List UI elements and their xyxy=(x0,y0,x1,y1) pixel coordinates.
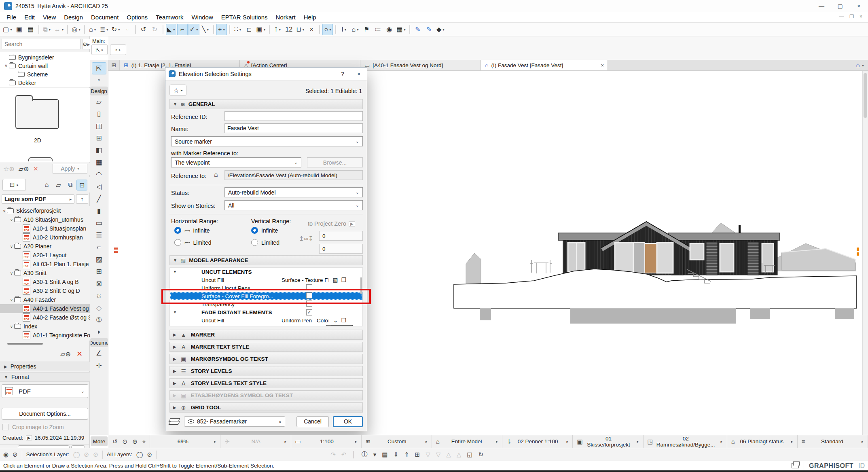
uncut-fill-row[interactable]: Uncut FillSurface - Texture Fill, S... ▧… xyxy=(170,276,362,284)
new-folder-icon[interactable]: ▱⊕ xyxy=(19,165,29,173)
separator[interactable] xyxy=(335,25,336,34)
view-map-icon[interactable]: ▱ xyxy=(53,180,64,190)
section-marker-text-style[interactable]: ▶ A MARKER TEXT STYLE xyxy=(169,342,363,352)
fade-checkbox[interactable]: ✓ xyxy=(306,309,312,315)
close-window-icon[interactable]: × xyxy=(306,24,317,35)
orientation[interactable]: ✈ N/A ▸ xyxy=(220,435,291,448)
separator[interactable] xyxy=(135,25,136,34)
text-style-icon[interactable]: I xyxy=(339,24,349,35)
arrow-tool[interactable]: ⇱ xyxy=(92,62,106,74)
capture-icon[interactable]: ▦ xyxy=(395,24,407,35)
pick-up-parameters-icon[interactable]: ↔ xyxy=(53,24,65,35)
publisher-tree-item[interactable]: ∨ A01-1 Tegningsliste Forpros xyxy=(0,331,90,340)
roof-tool[interactable]: ◠ xyxy=(92,168,106,180)
section-grid-tool[interactable]: ▶ ⊕ GRID TOOL xyxy=(169,402,363,413)
layer-combo[interactable]: 852- Fasademarkør ▸ xyxy=(184,416,285,427)
snap-line-icon[interactable]: ╲ xyxy=(200,24,211,35)
apply-button[interactable]: Apply▾ xyxy=(53,164,87,174)
delete-icon[interactable]: ✕ xyxy=(33,165,38,173)
chevron-down-icon[interactable]: ∨ xyxy=(3,63,9,68)
layers-icon[interactable]: ≣ xyxy=(99,24,110,35)
menu-item[interactable]: Window xyxy=(187,12,217,22)
schedule-icon[interactable]: ≔ xyxy=(373,24,383,35)
snap-guides-icon[interactable]: ⌐ xyxy=(177,24,188,35)
chevron-down-icon[interactable]: ∨ xyxy=(9,244,14,249)
zoom-in-icon[interactable]: ⊕ xyxy=(130,438,140,445)
zoom-undo-icon[interactable]: ↺ xyxy=(110,438,120,445)
dialog-title-bar[interactable]: Elevation Selection Settings ? × xyxy=(165,68,367,80)
story-down-icon[interactable]: ⇓ xyxy=(393,451,398,458)
dialog-close-button[interactable]: × xyxy=(351,68,367,80)
minimize-button[interactable]: — xyxy=(812,0,831,12)
grid-element-tool[interactable]: ① xyxy=(92,314,106,326)
all-layers-lock-icon[interactable]: ⊘ xyxy=(147,451,152,458)
column-tool[interactable]: ▮ xyxy=(92,205,106,217)
all-layers-show-icon[interactable]: ◯ xyxy=(136,451,143,458)
coordinates-icon[interactable]: + xyxy=(216,24,227,35)
format-select[interactable]: PDF ⌄ xyxy=(2,384,88,398)
layout-icon[interactable]: ▣ xyxy=(255,24,267,35)
favorites-button[interactable]: ☆▸ xyxy=(169,85,186,96)
toggle-lock-icon[interactable]: ⊘ xyxy=(13,451,18,458)
selection-layer-show-icon[interactable]: ◯ xyxy=(73,451,80,458)
maximize-button[interactable]: ▢ xyxy=(831,0,849,12)
separator[interactable]: │ xyxy=(352,451,356,458)
publisher-tree-item[interactable]: ∨ A10-1 Situasjonsplan xyxy=(0,224,90,233)
bring-to-front-icon[interactable]: △ xyxy=(457,451,462,458)
menu-item[interactable]: Teamwork xyxy=(152,12,187,22)
renovation-filter[interactable]: ⌂ 06 Planlagt status ▸ xyxy=(727,435,798,448)
info-dropdown-icon[interactable]: ▾ xyxy=(373,451,377,458)
redo-icon[interactable]: ↷ xyxy=(330,451,336,458)
separator[interactable] xyxy=(229,25,230,34)
crop-checkbox[interactable] xyxy=(2,424,9,430)
marquee-tool[interactable]: ▫ xyxy=(92,74,106,87)
pen-edit-icon[interactable]: ✎ xyxy=(424,24,434,35)
mesh-tool[interactable]: ▨ xyxy=(92,253,106,265)
scrollbar-thumb[interactable] xyxy=(864,73,867,118)
measure-icon[interactable]: ⊺ xyxy=(272,24,283,35)
skylight-tool[interactable]: ◧ xyxy=(92,144,106,156)
name-input[interactable] xyxy=(224,123,363,133)
viewpoint-select[interactable]: The viewpoint⌄ xyxy=(171,157,301,167)
menu-item[interactable]: Document xyxy=(87,12,123,22)
library-tree-item[interactable]: ∨ Curtain wall xyxy=(0,61,90,70)
document-tab[interactable]: ▭ [A40-1 Fasade Vest og Nord] xyxy=(360,60,481,70)
building-settings-icon[interactable]: ⌂ xyxy=(87,24,98,35)
dialog-help-button[interactable]: ? xyxy=(334,68,351,80)
brush-icon[interactable]: ◆ xyxy=(435,24,446,35)
status-select[interactable]: Auto-rebuild Model⌄ xyxy=(224,187,363,197)
separator[interactable] xyxy=(67,25,68,34)
publisher-tree-item[interactable]: ∨ Index xyxy=(0,322,90,331)
uncut-elements-row[interactable]: ▼UNCUT ELEMENTS xyxy=(170,268,362,276)
general-section-header[interactable]: ▼ ≋ GENERAL xyxy=(169,99,363,109)
cancel-button[interactable]: Cancel xyxy=(296,416,329,427)
pop-up-navigator-icon[interactable]: ⌂▾ xyxy=(856,60,868,70)
dimension-icon[interactable]: 12 xyxy=(284,24,294,35)
publisher-tree-item[interactable]: ∨ A20-1 Layout xyxy=(0,251,90,260)
publisher-tree-item[interactable]: ∨ A30-1 Snitt A og B xyxy=(0,277,90,286)
guide-lines-icon[interactable]: ◣ xyxy=(166,24,176,35)
h-infinite-radio[interactable] xyxy=(174,227,181,234)
properties-header[interactable]: ▶ Properties xyxy=(0,362,90,371)
delete-item-icon[interactable]: ✕ xyxy=(76,349,83,358)
tab-close-button[interactable]: × xyxy=(596,60,608,70)
marquee-ops-icon[interactable]: ▫ xyxy=(122,24,133,35)
section-story-levels[interactable]: ▶ ☰ STORY LEVELS xyxy=(169,366,363,376)
level-dimension-tool[interactable]: ⊹ xyxy=(92,359,106,371)
find-select-icon[interactable]: ◎ xyxy=(70,24,82,35)
story-settings-icon[interactable]: ▤ xyxy=(382,451,387,458)
slab-tool[interactable]: ▭ xyxy=(92,217,106,229)
undo-icon[interactable]: ↶ xyxy=(341,451,347,458)
arrow-flyout-button[interactable]: ⇱▸ xyxy=(91,44,108,55)
marquee-flyout-button[interactable]: ▫▸ xyxy=(110,44,126,55)
chevron-down-icon[interactable]: ∨ xyxy=(9,324,14,329)
stories-select[interactable]: All⌄ xyxy=(224,200,363,210)
publisher-tree-item[interactable]: ∨ A10-2 Utomhusplan xyxy=(0,233,90,242)
send-to-back-icon[interactable]: ▽ xyxy=(436,451,441,458)
menu-item[interactable]: View xyxy=(39,12,60,22)
zoom-level[interactable]: 69% ▸ xyxy=(150,435,220,448)
ok-button[interactable]: OK xyxy=(333,416,363,427)
document-tab[interactable]: ⌂ (I) Fasade Vest [Fasade Vest] xyxy=(481,60,608,70)
selection-layer-unlock-icon[interactable]: ⊘ xyxy=(93,451,98,458)
chevron-down-icon[interactable]: ∨ xyxy=(9,218,14,222)
